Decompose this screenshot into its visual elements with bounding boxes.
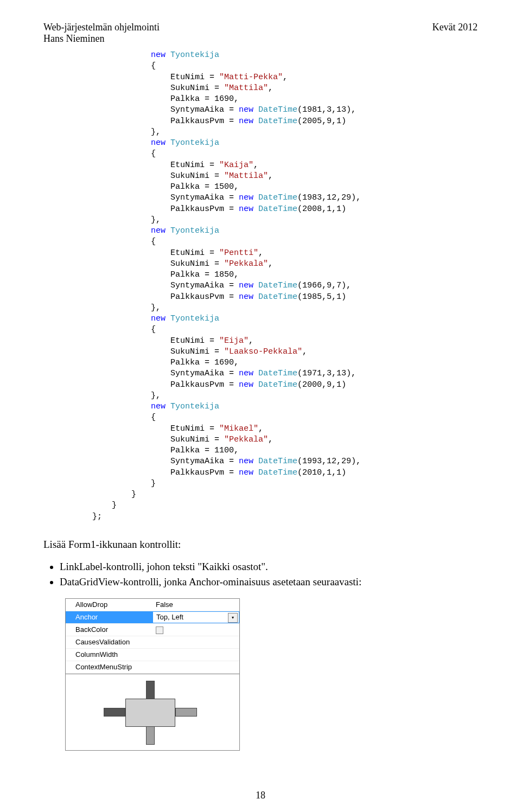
instructions-intro: Lisää Form1-ikkunaan kontrollit: [43,539,478,551]
property-name: ContextMenuStrip [66,663,153,671]
semester: Kevät 2012 [433,22,478,44]
course-title: Web-järjestelmän ohjelmointi [43,22,160,33]
color-swatch-icon [156,626,163,634]
anchor-editor[interactable] [65,674,240,751]
list-item: DataGridView-kontrolli, jonka Anchor-omi… [60,576,478,588]
property-row[interactable]: BackColor [66,624,239,636]
anchor-center [125,699,175,727]
anchor-left-handle[interactable] [104,708,125,717]
chevron-down-icon[interactable]: ▾ [228,613,238,623]
anchor-top-handle[interactable] [146,681,155,699]
author-name: Hans Nieminen [43,33,160,44]
property-row[interactable]: ContextMenuStrip [66,661,239,674]
property-name: CausesValidation [66,638,153,646]
page-header: Web-järjestelmän ohjelmointi Hans Niemin… [43,22,478,44]
property-row[interactable]: ColumnWidth [66,649,239,661]
property-row[interactable]: CausesValidation [66,636,239,649]
property-value[interactable]: Top, Left▾ [153,611,239,623]
anchor-bottom-handle[interactable] [146,726,155,745]
property-name: BackColor [66,625,153,634]
code-listing: new Tyontekija { EtuNimi = "Matti-Pekka"… [92,50,478,522]
page-number: 18 [0,790,521,801]
list-item: LinkLabel-kontrolli, johon teksti "Kaikk… [60,561,478,573]
instructions-list: LinkLabel-kontrolli, johon teksti "Kaikk… [43,561,478,588]
property-name: Anchor [66,613,153,621]
property-name: AllowDrop [66,600,153,609]
property-name: ColumnWidth [66,650,153,658]
property-row[interactable]: AnchorTop, Left▾ [66,611,239,624]
property-row[interactable]: AllowDropFalse [66,599,239,611]
anchor-right-handle[interactable] [175,708,197,717]
property-value-text: Top, Left [156,613,183,621]
property-value[interactable] [153,625,239,634]
property-grid: AllowDropFalseAnchorTop, Left▾BackColorC… [65,598,240,674]
property-value[interactable]: False [153,600,239,609]
header-left: Web-järjestelmän ohjelmointi Hans Niemin… [43,22,160,44]
page: Web-järjestelmän ohjelmointi Hans Niemin… [0,0,521,812]
property-value-text: False [156,600,173,609]
